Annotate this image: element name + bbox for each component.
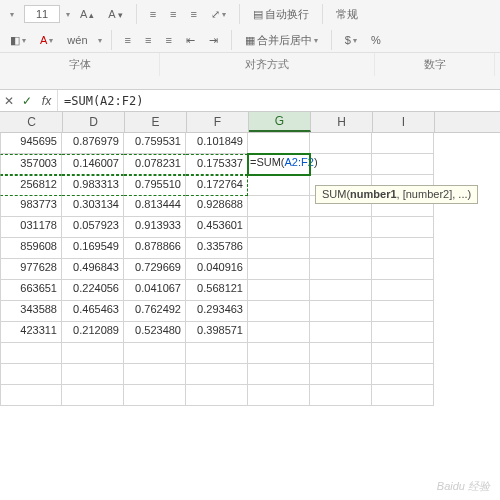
cell[interactable]	[62, 343, 124, 364]
active-cell[interactable]: =SUM(A2:F2)	[248, 154, 310, 175]
cell[interactable]	[248, 175, 310, 196]
cell[interactable]: 0.876979	[62, 133, 124, 154]
cell[interactable]	[62, 364, 124, 385]
fx-icon[interactable]: fx	[36, 90, 58, 111]
cell[interactable]	[248, 133, 310, 154]
cell[interactable]	[310, 364, 372, 385]
cell[interactable]	[372, 133, 434, 154]
cell[interactable]	[372, 385, 434, 406]
cell[interactable]: 663651	[0, 280, 62, 301]
cell[interactable]: 0.078231	[124, 154, 186, 175]
cell[interactable]: 0.293463	[186, 301, 248, 322]
cell[interactable]	[372, 217, 434, 238]
cell[interactable]: 0.303134	[62, 196, 124, 217]
cell[interactable]: 423311	[0, 322, 62, 343]
cell[interactable]	[310, 238, 372, 259]
cell[interactable]: 0.496843	[62, 259, 124, 280]
col-header[interactable]: C	[1, 112, 63, 132]
cell[interactable]	[248, 364, 310, 385]
cell[interactable]	[372, 280, 434, 301]
cell[interactable]: 0.212089	[62, 322, 124, 343]
cell[interactable]	[372, 301, 434, 322]
cell[interactable]: 0.928688	[186, 196, 248, 217]
font-size-dropdown[interactable]: ▾	[66, 10, 70, 19]
cell[interactable]	[248, 238, 310, 259]
decrease-indent-button[interactable]: ⇤	[182, 32, 199, 49]
percent-button[interactable]: %	[367, 32, 385, 48]
cell[interactable]	[248, 322, 310, 343]
cancel-icon[interactable]: ✕	[0, 92, 18, 110]
col-header-active[interactable]: G	[249, 112, 311, 132]
cell[interactable]: 0.101849	[186, 133, 248, 154]
cell[interactable]: 0.453601	[186, 217, 248, 238]
decrease-font-button[interactable]: A▾	[104, 6, 126, 22]
currency-button[interactable]: $▾	[341, 32, 361, 48]
cell[interactable]	[0, 364, 62, 385]
col-header[interactable]: I	[373, 112, 435, 132]
cell[interactable]	[310, 322, 372, 343]
align-middle-button[interactable]: ≡	[166, 6, 180, 22]
cell[interactable]	[62, 385, 124, 406]
cell[interactable]: 0.146007	[62, 154, 124, 175]
cell[interactable]	[248, 343, 310, 364]
cell[interactable]	[372, 238, 434, 259]
cell[interactable]	[372, 364, 434, 385]
cell[interactable]: 0.813444	[124, 196, 186, 217]
cell[interactable]	[186, 364, 248, 385]
cell[interactable]	[310, 259, 372, 280]
cell[interactable]: 031178	[0, 217, 62, 238]
cell[interactable]: 0.169549	[62, 238, 124, 259]
col-header[interactable]: H	[311, 112, 373, 132]
cell[interactable]	[248, 259, 310, 280]
cell[interactable]	[372, 259, 434, 280]
increase-indent-button[interactable]: ⇥	[205, 32, 222, 49]
cell[interactable]	[310, 154, 372, 175]
cell[interactable]: 0.224056	[62, 280, 124, 301]
phonetic-button[interactable]: wén	[63, 32, 91, 48]
cell[interactable]: 977628	[0, 259, 62, 280]
align-bottom-button[interactable]: ≡	[187, 6, 201, 22]
cell[interactable]	[372, 343, 434, 364]
cell[interactable]: 256812	[0, 175, 62, 196]
cell[interactable]	[310, 385, 372, 406]
font-color-button[interactable]: A▾	[36, 32, 57, 48]
cell[interactable]	[186, 343, 248, 364]
number-format-dropdown[interactable]: 常规	[332, 5, 362, 24]
formula-input[interactable]: =SUM(A2:F2)	[58, 94, 500, 108]
cell[interactable]	[0, 343, 62, 364]
cell[interactable]	[186, 385, 248, 406]
cell[interactable]: 343588	[0, 301, 62, 322]
merge-center-button[interactable]: ▦ 合并后居中 ▾	[241, 31, 322, 50]
cell[interactable]	[310, 343, 372, 364]
align-center-button[interactable]: ≡	[141, 32, 155, 48]
cell[interactable]	[248, 385, 310, 406]
cell[interactable]: 0.795510	[124, 175, 186, 196]
cell[interactable]: 0.759531	[124, 133, 186, 154]
cell[interactable]: 0.041067	[124, 280, 186, 301]
cell[interactable]	[124, 385, 186, 406]
cell[interactable]	[310, 217, 372, 238]
align-left-button[interactable]: ≡	[121, 32, 135, 48]
col-header[interactable]: D	[63, 112, 125, 132]
cell[interactable]: 0.729669	[124, 259, 186, 280]
cell[interactable]	[372, 154, 434, 175]
col-header[interactable]: F	[187, 112, 249, 132]
cell[interactable]: 945695	[0, 133, 62, 154]
cell[interactable]	[310, 280, 372, 301]
col-header[interactable]: E	[125, 112, 187, 132]
cell[interactable]: 0.175337	[186, 154, 248, 175]
cell[interactable]	[248, 301, 310, 322]
cell[interactable]: 0.523480	[124, 322, 186, 343]
cell[interactable]	[124, 364, 186, 385]
cell[interactable]: 0.398571	[186, 322, 248, 343]
cell[interactable]: 0.057923	[62, 217, 124, 238]
align-right-button[interactable]: ≡	[161, 32, 175, 48]
orientation-button[interactable]: ⤢▾	[207, 6, 230, 23]
cell[interactable]: 983773	[0, 196, 62, 217]
cell[interactable]	[372, 322, 434, 343]
cell[interactable]	[248, 196, 310, 217]
cell[interactable]	[310, 133, 372, 154]
cell[interactable]: 0.465463	[62, 301, 124, 322]
confirm-icon[interactable]: ✓	[18, 92, 36, 110]
font-picker[interactable]: ▾	[6, 8, 18, 21]
